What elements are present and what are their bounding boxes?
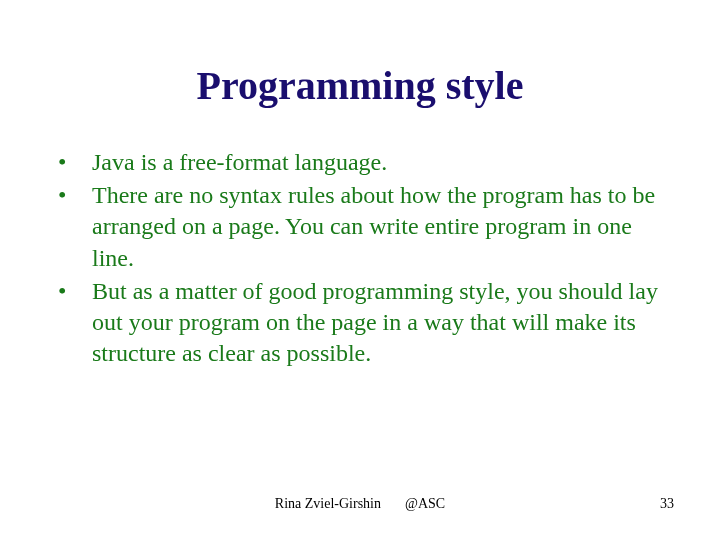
footer: Rina Zviel-Girshin @ASC	[0, 496, 720, 512]
footer-author: Rina Zviel-Girshin	[275, 496, 381, 512]
list-item: • Java is a free-format language.	[52, 147, 668, 178]
bullet-text: But as a matter of good programming styl…	[92, 276, 668, 370]
bullet-marker: •	[52, 147, 92, 178]
bullet-text: Java is a free-format language.	[92, 147, 668, 178]
bullet-marker: •	[52, 276, 92, 307]
page-number: 33	[660, 496, 674, 512]
footer-org: @ASC	[405, 496, 445, 512]
list-item: • But as a matter of good programming st…	[52, 276, 668, 370]
bullet-text: There are no syntax rules about how the …	[92, 180, 668, 274]
bullet-marker: •	[52, 180, 92, 211]
slide-title: Programming style	[0, 62, 720, 109]
bullet-list: • Java is a free-format language. • Ther…	[0, 147, 720, 369]
list-item: • There are no syntax rules about how th…	[52, 180, 668, 274]
